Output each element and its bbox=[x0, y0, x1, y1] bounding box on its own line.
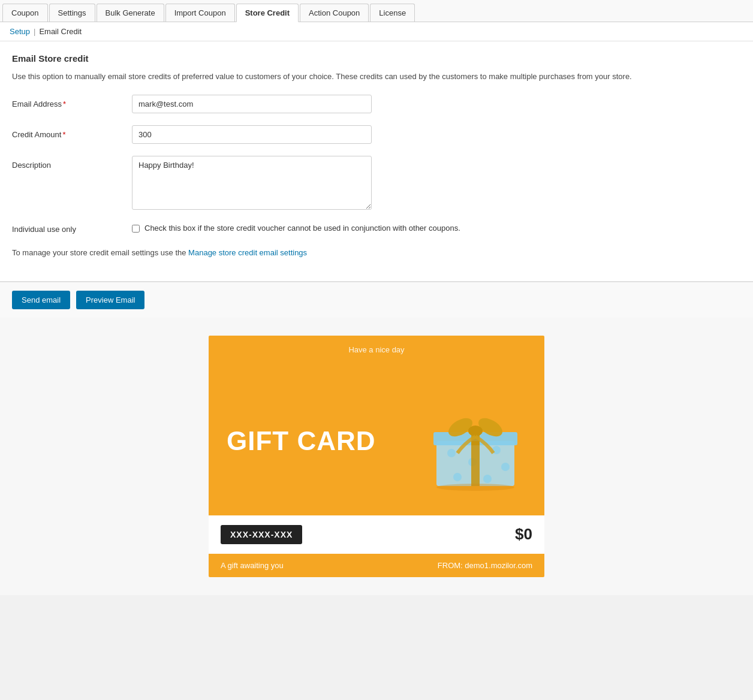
footer-right-text: FROM: demo1.mozilor.com bbox=[438, 561, 532, 570]
email-preview-wrapper: Have a nice day GIFT CARD bbox=[209, 336, 544, 577]
description-textarea[interactable]: Happy Birthday! bbox=[132, 156, 372, 210]
credit-row: Credit Amount* bbox=[12, 125, 741, 144]
email-field-wrapper bbox=[132, 95, 372, 113]
tab-bar: CouponSettingsBulk GenerateImport Coupon… bbox=[0, 0, 753, 22]
individual-use-control: Check this box if the store credit vouch… bbox=[132, 224, 741, 233]
description-label: Description bbox=[12, 156, 132, 170]
main-content: Email Store credit Use this option to ma… bbox=[0, 41, 753, 282]
breadcrumb: Setup | Email Credit bbox=[0, 22, 753, 41]
individual-use-row: Individual use only Check this box if th… bbox=[12, 224, 741, 234]
section-title: Email Store credit bbox=[12, 53, 741, 64]
svg-rect-8 bbox=[471, 441, 480, 486]
tab-license[interactable]: License bbox=[370, 4, 415, 22]
credit-label: Credit Amount* bbox=[12, 125, 132, 139]
svg-point-2 bbox=[447, 449, 456, 457]
svg-point-13 bbox=[468, 426, 483, 436]
svg-point-5 bbox=[453, 473, 462, 481]
description-row: Description Happy Birthday! bbox=[12, 156, 741, 212]
description-field-wrapper: Happy Birthday! bbox=[132, 156, 372, 212]
coupon-code-badge: XXX-XXX-XXX bbox=[221, 525, 302, 544]
svg-point-14 bbox=[436, 484, 514, 491]
footer-banner: A gift awaiting you FROM: demo1.mozilor.… bbox=[209, 554, 544, 577]
credit-input[interactable] bbox=[132, 125, 372, 144]
gift-card-banner: Have a nice day GIFT CARD bbox=[209, 336, 544, 515]
svg-point-7 bbox=[501, 463, 510, 471]
tab-coupon[interactable]: Coupon bbox=[2, 4, 48, 22]
nice-day-text: Have a nice day bbox=[227, 345, 526, 354]
section-description: Use this option to manually email store … bbox=[12, 71, 741, 83]
email-label: Email Address* bbox=[12, 95, 132, 108]
tab-settings[interactable]: Settings bbox=[49, 4, 95, 22]
breadcrumb-setup-link[interactable]: Setup bbox=[10, 27, 30, 36]
credit-field-wrapper bbox=[132, 125, 372, 144]
svg-point-6 bbox=[483, 475, 492, 483]
breadcrumb-separator: | bbox=[34, 27, 35, 36]
credit-amount-display: $0 bbox=[515, 525, 532, 544]
email-input[interactable] bbox=[132, 95, 372, 113]
send-email-button[interactable]: Send email bbox=[12, 291, 70, 309]
preview-section: Have a nice day GIFT CARD bbox=[0, 318, 753, 595]
individual-use-label: Individual use only bbox=[12, 224, 132, 234]
credit-required: * bbox=[62, 130, 65, 139]
breadcrumb-current: Email Credit bbox=[39, 27, 82, 36]
tab-import-coupon[interactable]: Import Coupon bbox=[165, 4, 235, 22]
gift-card-content: GIFT CARD bbox=[227, 390, 526, 492]
individual-use-desc: Check this box if the store credit vouch… bbox=[144, 224, 460, 233]
tab-action-coupon[interactable]: Action Coupon bbox=[300, 4, 369, 22]
gift-box-svg bbox=[424, 390, 526, 492]
action-bar: Send email Preview Email bbox=[0, 282, 753, 318]
code-amount-row: XXX-XXX-XXX $0 bbox=[209, 515, 544, 554]
email-required: * bbox=[63, 99, 66, 108]
email-row: Email Address* bbox=[12, 95, 741, 113]
manage-link[interactable]: Manage store credit email settings bbox=[188, 248, 307, 257]
manage-link-row: To manage your store credit email settin… bbox=[12, 248, 741, 269]
tab-bulk-generate[interactable]: Bulk Generate bbox=[97, 4, 164, 22]
footer-left-text: A gift awaiting you bbox=[221, 561, 284, 570]
individual-use-checkbox[interactable] bbox=[132, 225, 140, 233]
gift-box-icon bbox=[424, 390, 526, 492]
gift-card-label: GIFT CARD bbox=[227, 426, 376, 456]
preview-email-button[interactable]: Preview Email bbox=[76, 291, 144, 309]
tab-store-credit[interactable]: Store Credit bbox=[236, 4, 299, 22]
